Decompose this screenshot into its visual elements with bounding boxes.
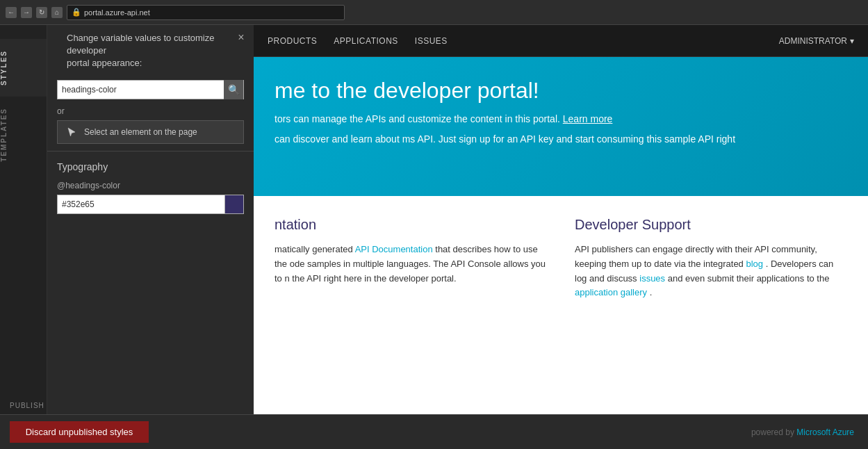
panel-description: Change variable values to customize deve…	[57, 32, 244, 76]
address-bar[interactable]: 🔒 portal.azure-api.net	[67, 5, 345, 20]
select-element-label: Select an element on the page	[84, 127, 197, 137]
home-button[interactable]: ⌂	[51, 7, 63, 18]
admin-label: ADMINISTRATOR	[779, 36, 847, 46]
discard-button[interactable]: Discard unpublished styles	[10, 421, 149, 443]
color-input-row	[57, 195, 244, 214]
hero-title: me to the developer portal!	[275, 78, 847, 104]
gallery-link[interactable]: application gallery	[575, 287, 647, 297]
support-text: API publishers can engage directly with …	[575, 243, 847, 300]
dropdown-icon: ▾	[850, 36, 854, 46]
color-swatch[interactable]	[224, 195, 244, 214]
variable-label: @headings-color	[57, 181, 244, 190]
issues-link[interactable]: issues	[639, 273, 665, 284]
typography-title: Typography	[57, 161, 244, 172]
left-panel: STYLES TEMPLATES × Change variable value…	[0, 25, 254, 414]
blog-link[interactable]: blog	[746, 259, 763, 269]
search-input[interactable]	[58, 85, 224, 95]
address-text: portal.azure-api.net	[84, 8, 150, 17]
support-title: Developer Support	[575, 217, 847, 233]
templates-tab[interactable]: TEMPLATES	[0, 97, 47, 173]
styles-tab[interactable]: STYLES	[0, 39, 47, 97]
doc-title: ntation	[275, 217, 547, 233]
content-area: PRODUCTS APPLICATIONS ISSUES ADMINISTRAT…	[254, 25, 868, 414]
or-label: or	[47, 105, 254, 120]
learn-more-link[interactable]: Learn more	[563, 113, 613, 124]
nav-links: PRODUCTS APPLICATIONS ISSUES	[268, 36, 448, 46]
search-icon: 🔍	[228, 84, 240, 95]
hero-text2: can discover and learn about ms API. Jus…	[275, 132, 847, 147]
forward-button[interactable]: →	[21, 7, 32, 18]
publish-label: PUBLISH	[10, 402, 44, 409]
cursor-icon	[65, 125, 79, 139]
doc-text: matically generated API Documentation th…	[275, 243, 547, 286]
nav-issues[interactable]: ISSUES	[415, 36, 448, 46]
color-text-input[interactable]	[57, 195, 224, 214]
microsoft-azure-link[interactable]: Microsoft Azure	[796, 427, 854, 437]
support-column: Developer Support API publishers can eng…	[575, 217, 847, 393]
bottom-panel: PUBLISH Discard unpublished styles power…	[0, 414, 868, 449]
panel-header: Change variable values to customize deve…	[47, 25, 254, 80]
powered-section: powered by Microsoft Azure	[254, 427, 868, 437]
api-doc-link[interactable]: API Documentation	[355, 244, 433, 254]
nav-products[interactable]: PRODUCTS	[268, 36, 317, 46]
publish-section: PUBLISH Discard unpublished styles	[0, 421, 254, 443]
typography-section: Typography @headings-color	[47, 152, 254, 414]
search-button[interactable]: 🔍	[224, 80, 243, 99]
powered-text: powered by	[751, 427, 794, 437]
browser-chrome: ← → ↻ ⌂ 🔒 portal.azure-api.net	[0, 0, 868, 25]
panel-content: × Change variable values to customize de…	[47, 25, 254, 414]
main-layout: STYLES TEMPLATES × Change variable value…	[0, 25, 868, 414]
hero-subtitle: tors can manage the APIs and customize t…	[275, 112, 847, 126]
doc-column: ntation matically generated API Document…	[275, 217, 547, 393]
tab-strip: STYLES TEMPLATES	[0, 25, 47, 414]
hero-section: me to the developer portal! tors can man…	[254, 57, 868, 196]
nav-applications[interactable]: APPLICATIONS	[334, 36, 398, 46]
lock-icon: 🔒	[72, 8, 81, 17]
admin-button[interactable]: ADMINISTRATOR ▾	[779, 36, 854, 46]
search-wrapper: 🔍	[57, 80, 244, 99]
select-element-button[interactable]: Select an element on the page	[57, 120, 244, 144]
refresh-button[interactable]: ↻	[36, 7, 47, 18]
content-sections: ntation matically generated API Document…	[254, 196, 868, 414]
back-button[interactable]: ←	[6, 7, 17, 18]
portal-nav: PRODUCTS APPLICATIONS ISSUES ADMINISTRAT…	[254, 25, 868, 57]
search-row: 🔍	[47, 80, 254, 105]
close-button[interactable]: ×	[234, 31, 248, 44]
